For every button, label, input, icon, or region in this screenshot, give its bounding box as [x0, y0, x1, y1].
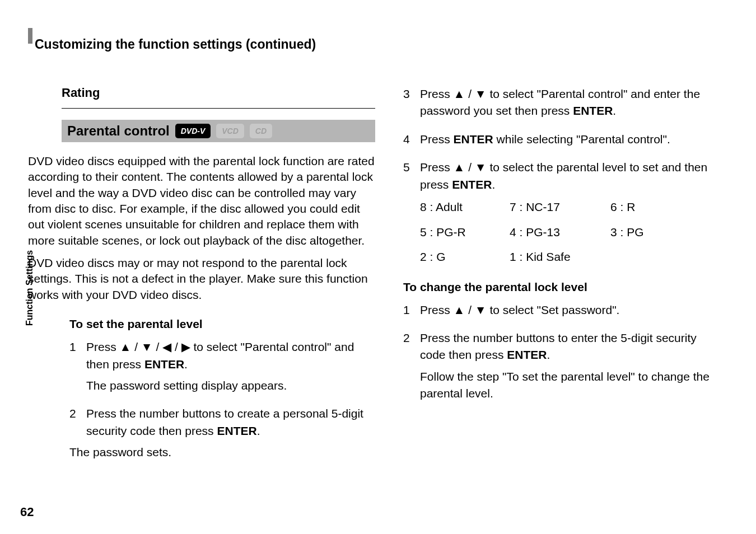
enter-key: ENTER	[507, 348, 547, 361]
change-lock-level-heading: To change the parental lock level	[403, 280, 717, 294]
rating-item: 7 : NC-17	[510, 199, 610, 216]
arrow-icons: ▲ / ▼	[454, 303, 487, 316]
step-1: 1 Press ▲ / ▼ / ◀ / ▶ to select "Parenta…	[69, 339, 375, 394]
step-body: Press the number buttons to create a per…	[86, 405, 375, 461]
step-text: Press	[420, 87, 454, 100]
step-5: 5 Press ▲ / ▼ to select the parental lev…	[403, 159, 717, 265]
step-text: .	[184, 358, 188, 371]
rating-divider	[62, 108, 375, 109]
parental-control-title: Parental control	[67, 123, 170, 139]
step-number: 1	[403, 302, 420, 318]
rating-item: 6 : R	[610, 199, 678, 216]
step-2: 2 Press the number buttons to create a p…	[69, 405, 375, 461]
set-parental-steps: 1 Press ▲ / ▼ / ◀ / ▶ to select "Parenta…	[69, 339, 375, 461]
rating-item: 5 : PG-R	[420, 224, 510, 241]
header-marker	[28, 28, 32, 44]
step-number: 1	[69, 339, 86, 394]
step-text: to select "Set password".	[487, 303, 620, 316]
page-number: 62	[20, 505, 34, 519]
step-body: Press the number buttons to enter the 5-…	[420, 330, 717, 402]
step-text: Press	[420, 133, 454, 146]
step-number: 2	[403, 330, 420, 402]
enter-key: ENTER	[144, 358, 184, 371]
rating-item: 3 : PG	[610, 224, 678, 241]
step-text: Press	[420, 303, 454, 316]
page-header: Customizing the function settings (conti…	[28, 28, 717, 52]
badge-dvd-v: DVD-V	[175, 124, 211, 138]
enter-key: ENTER	[217, 424, 256, 437]
rating-item: 4 : PG-13	[510, 224, 610, 241]
ratings-grid: 8 : Adult 7 : NC-17 6 : R 5 : PG-R 4 : P…	[420, 199, 717, 265]
step-note: The password sets.	[69, 444, 375, 461]
rating-item: 1 : Kid Safe	[510, 249, 610, 265]
content-columns: Rating Parental control DVD-V VCD CD DVD…	[28, 86, 717, 472]
step-text: while selecting "Parental control".	[493, 133, 670, 146]
step-text: .	[547, 348, 550, 361]
continue-steps: 3 Press ▲ / ▼ to select "Parental contro…	[403, 86, 717, 266]
left-column: Rating Parental control DVD-V VCD CD DVD…	[28, 86, 375, 472]
rating-item: 8 : Adult	[420, 199, 510, 216]
enter-key: ENTER	[454, 133, 493, 146]
step-body: Press ▲ / ▼ to select "Set password".	[420, 302, 717, 318]
step-body: Press ▲ / ▼ to select "Parental control"…	[420, 86, 717, 120]
arrow-icons: ▲ / ▼ / ◀ / ▶	[120, 340, 190, 353]
step-text: .	[492, 178, 495, 191]
set-parental-level-heading: To set the parental level	[69, 317, 375, 331]
step-text: Press	[420, 161, 454, 174]
side-section-label: Function Settings	[25, 250, 35, 326]
arrow-icons: ▲ / ▼	[454, 87, 487, 100]
step-text: Press the number buttons to enter the 5-…	[420, 331, 697, 361]
change-steps: 1 Press ▲ / ▼ to select "Set password". …	[403, 302, 717, 402]
step-number: 5	[403, 159, 420, 265]
step-number: 3	[403, 86, 420, 120]
parental-control-bar: Parental control DVD-V VCD CD	[62, 120, 375, 142]
step-body: Press ENTER while selecting "Parental co…	[420, 131, 717, 148]
step-3: 3 Press ▲ / ▼ to select "Parental contro…	[403, 86, 717, 120]
badge-cd: CD	[250, 124, 272, 138]
badge-vcd: VCD	[216, 124, 244, 138]
intro-paragraph-2: DVD video discs may or may not respond t…	[28, 255, 375, 303]
arrow-icons: ▲ / ▼	[454, 161, 487, 174]
step-body: Press ▲ / ▼ / ◀ / ▶ to select "Parental …	[86, 339, 375, 394]
step-text: .	[613, 104, 616, 117]
step-body: Press ▲ / ▼ to select the parental level…	[420, 159, 717, 265]
step-note: The password setting display appears.	[86, 377, 375, 394]
rating-item: 2 : G	[420, 249, 510, 265]
page-title: Customizing the function settings (conti…	[35, 28, 316, 52]
enter-key: ENTER	[573, 104, 613, 117]
step-text: Press	[86, 340, 120, 353]
step-number: 4	[403, 131, 420, 148]
change-step-1: 1 Press ▲ / ▼ to select "Set password".	[403, 302, 717, 318]
rating-heading: Rating	[62, 86, 375, 100]
step-text: .	[257, 424, 260, 437]
right-column: 3 Press ▲ / ▼ to select "Parental contro…	[403, 86, 717, 472]
step-note: Follow the step "To set the parental lev…	[420, 368, 717, 402]
step-4: 4 Press ENTER while selecting "Parental …	[403, 131, 717, 148]
change-step-2: 2 Press the number buttons to enter the …	[403, 330, 717, 402]
enter-key: ENTER	[452, 178, 492, 191]
intro-paragraph-1: DVD video discs equipped with the parent…	[28, 153, 375, 249]
